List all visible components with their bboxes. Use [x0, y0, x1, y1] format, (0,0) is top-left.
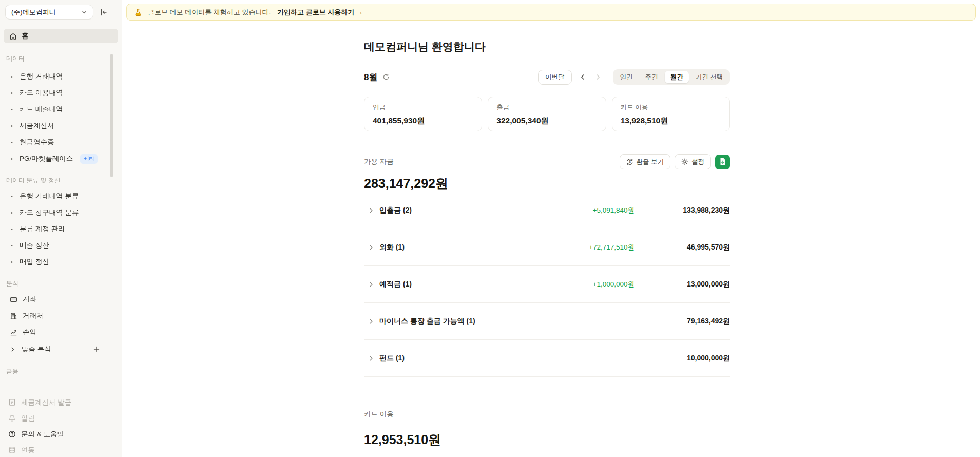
card-label: 입금 [373, 103, 473, 112]
chevron-right-icon [7, 347, 17, 352]
asset-row-savings[interactable]: 예적금 (1) +1,000,000원 13,000,000원 [364, 266, 730, 303]
current-month-label: 8월 [364, 71, 377, 83]
sidebar-item-card-usage-history[interactable]: • 카드 이용내역 [0, 85, 122, 101]
asset-row-change: +72,717,510원 [589, 243, 635, 252]
asset-row-change: +1,000,000원 [593, 280, 635, 289]
sidebar-item-pg-marketplace[interactable]: • PG/마켓플레이스 베타 [0, 150, 122, 167]
available-funds-label: 가용 자금 [364, 157, 394, 166]
bell-icon [7, 414, 16, 422]
sidebar-item-tax-invoice[interactable]: • 세금계산서 [0, 118, 122, 134]
sidebar-item-card-bill-classification[interactable]: • 카드 청구내역 분류 [0, 204, 122, 221]
prev-month-icon[interactable] [578, 73, 587, 81]
period-tab-group: 일간 주간 월간 기간 선택 [613, 69, 730, 85]
building-icon [8, 312, 18, 320]
sidebar-scrollbar[interactable] [110, 54, 113, 177]
sidebar-item-label: 카드 청구내역 분류 [20, 208, 79, 217]
sidebar-item-label: 연동 [21, 446, 35, 455]
sidebar-item-bank-classification[interactable]: • 은행 거래내역 분류 [0, 188, 122, 204]
company-selector[interactable]: (주)데모컴퍼니 [5, 5, 93, 20]
asset-row-funds[interactable]: 펀드 (1) 10,000,000원 [364, 340, 730, 377]
sidebar-item-label: PG/마켓플레이스 [20, 154, 73, 163]
sidebar-item-accounts[interactable]: 계좌 [0, 291, 122, 308]
asset-row-foreign-currency[interactable]: 외화 (1) +72,717,510원 46,995,570원 [364, 229, 730, 266]
sidebar-item-label: 세금계산서 [20, 121, 54, 130]
asset-row-label: 입출금 (2) [379, 206, 412, 215]
sidebar-item-label: 매입 정산 [20, 257, 49, 266]
sidebar-item-label: 알림 [21, 414, 35, 423]
sidebar-header: (주)데모컴퍼니 [0, 0, 122, 20]
chevron-right-icon [368, 207, 379, 214]
sidebar-item-cash-receipt[interactable]: • 현금영수증 [0, 134, 122, 150]
beta-badge: 베타 [80, 154, 98, 164]
card-value: 401,855,930원 [373, 116, 473, 126]
sidebar-item-label: 은행 거래내역 [20, 72, 63, 81]
home-icon [9, 32, 17, 40]
sidebar-item-custom-analysis[interactable]: 맞춤 분석 [0, 340, 122, 358]
sidebar-item-integrations[interactable]: 연동 [0, 442, 122, 457]
sidebar-item-label: 카드 매출내역 [20, 105, 63, 114]
tab-monthly[interactable]: 월간 [665, 71, 689, 83]
sidebar-item-label: 현금영수증 [20, 138, 54, 147]
sidebar-item-label: 거래처 [23, 311, 44, 320]
sidebar-item-tax-invoice-issue[interactable]: 세금계산서 발급 [0, 394, 122, 410]
tab-period-select[interactable]: 기간 선택 [690, 71, 728, 83]
this-month-button[interactable]: 이번달 [538, 70, 572, 85]
tab-daily[interactable]: 일간 [614, 71, 639, 83]
collapse-sidebar-icon[interactable] [100, 8, 108, 16]
card-label: 출금 [496, 103, 597, 112]
next-month-icon[interactable] [593, 73, 603, 81]
sidebar-nav: 데이터 • 은행 거래내역 • 카드 이용내역 • 카드 매출내역 • 세금계산… [0, 43, 122, 394]
sidebar-home-label: 홈 [22, 31, 29, 41]
asset-row-label: 외화 (1) [379, 243, 405, 252]
chevron-right-icon [368, 318, 379, 325]
asset-row-overdraft[interactable]: 마이너스 통장 출금 가능액 (1) 79,163,492원 [364, 303, 730, 340]
banner-cta-link[interactable]: 가입하고 클로브 사용하기 → [277, 8, 363, 17]
sidebar-item-label: 계좌 [23, 295, 36, 304]
card-value: 322,005,340원 [496, 116, 597, 126]
sidebar-item-profit-loss[interactable]: 손익 [0, 324, 122, 340]
sidebar-item-card-sales[interactable]: • 카드 매출내역 [0, 101, 122, 118]
summary-card-card-usage: 카드 이용 13,928,510원 [612, 97, 730, 131]
asset-row-label: 예적금 (1) [379, 280, 412, 289]
asset-row-checking[interactable]: 입출금 (2) +5,091,840원 133,988,230원 [364, 192, 730, 229]
exchange-rate-button[interactable]: $ 환율 보기 [620, 154, 670, 169]
currency-exchange-icon: $ [626, 158, 633, 165]
sidebar: (주)데모컴퍼니 홈 데이터 • 은행 거래내역 • 카드 이용내역 • 카드 … [0, 0, 122, 457]
sidebar-item-purchase-settlement[interactable]: • 매입 정산 [0, 254, 122, 270]
funds-actions: $ 환율 보기 설정 [620, 154, 730, 169]
sidebar-item-notifications[interactable]: 알림 [0, 410, 122, 426]
refresh-icon[interactable] [382, 73, 390, 81]
asset-row-balance: 13,000,000원 [635, 280, 730, 289]
tab-weekly[interactable]: 주간 [640, 71, 664, 83]
card-label: 카드 이용 [621, 103, 721, 112]
bullet-icon: • [8, 243, 15, 249]
settings-button[interactable]: 설정 [675, 154, 711, 169]
asset-row-balance: 133,988,230원 [635, 206, 730, 215]
asset-row-balance: 10,000,000원 [635, 354, 730, 363]
card-usage-section: 카드 이용 12,953,510원 [364, 410, 730, 448]
bullet-icon: • [8, 140, 15, 145]
available-funds-total: 283,147,292원 [364, 175, 730, 192]
card-usage-total: 12,953,510원 [364, 431, 730, 448]
sidebar-item-account-management[interactable]: • 분류 계정 관리 [0, 221, 122, 237]
chevron-down-icon [81, 9, 87, 15]
card-usage-label: 카드 이용 [364, 410, 730, 419]
sidebar-item-home[interactable]: 홈 [4, 29, 118, 43]
flask-icon [134, 8, 142, 16]
add-custom-analysis-button[interactable] [93, 346, 100, 353]
sidebar-bottom-group: 세금계산서 발급 알림 문의 & 도움말 연동 [0, 394, 122, 457]
sidebar-item-partners[interactable]: 거래처 [0, 308, 122, 324]
sidebar-item-bank-transactions[interactable]: • 은행 거래내역 [0, 68, 122, 85]
sidebar-item-label: 맞춤 분석 [22, 345, 51, 354]
summary-cards: 입금 401,855,930원 출금 322,005,340원 카드 이용 13… [364, 97, 730, 131]
export-excel-button[interactable] [715, 155, 730, 169]
available-funds-header: 가용 자금 $ 환율 보기 설정 [364, 154, 730, 169]
sidebar-item-sales-settlement[interactable]: • 매출 정산 [0, 237, 122, 254]
database-icon [7, 446, 16, 454]
sidebar-item-help[interactable]: 문의 & 도움말 [0, 426, 122, 442]
bullet-icon: • [8, 74, 15, 80]
section-label-classification: 데이터 분류 및 정산 [6, 176, 116, 185]
sidebar-item-label: 매출 정산 [20, 241, 49, 250]
gear-icon [681, 158, 688, 165]
asset-row-change: +5,091,840원 [593, 206, 635, 215]
